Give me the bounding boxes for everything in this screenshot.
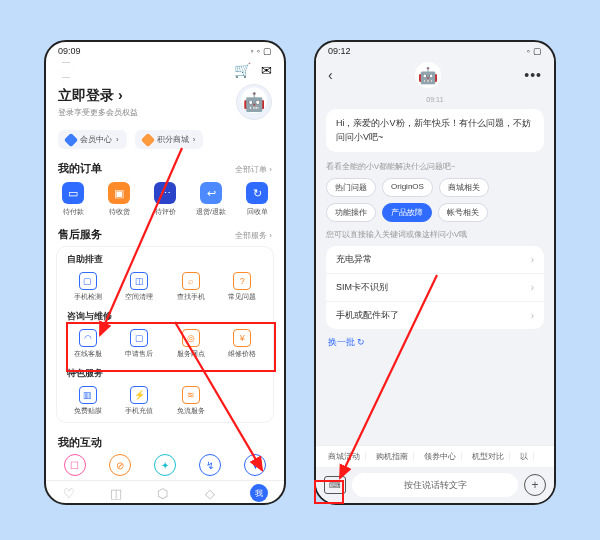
faq-sim[interactable]: SIM卡不识别› [326,274,544,302]
chip-account[interactable]: 帐号相关 [438,203,488,222]
voice-input[interactable]: 按住说话转文字 [352,473,518,497]
recycle-icon: ↻ [246,182,268,204]
hint-capabilities: 看看全能的小V都能解决什么问题吧~ [326,162,544,172]
login-subtitle: 登录享受更多会员权益 [58,107,138,118]
price-icon: ¥ [233,329,251,347]
faq-list: 充电异常› SIM卡不识别› 手机或配件坏了› [326,246,544,329]
pill-points[interactable]: 积分商城 › [135,130,204,149]
order-pending-receive[interactable]: ▣待收货 [99,182,139,217]
chat-icon: ⋯ [154,182,176,204]
order-recycle[interactable]: ↻回收单 [237,182,277,217]
chat-timestamp: 09:11 [326,96,544,103]
chip-mall[interactable]: 商城相关 [439,178,489,197]
phone-check-icon: ▢ [79,272,97,290]
interaction-icon-3[interactable]: ✦ [154,454,176,476]
suggest-more[interactable]: 以 [514,449,534,464]
chat-area: 09:11 Hi，亲爱的小V粉，新年快乐！有什么问题，不妨问问小V吧~ 看看全能… [316,90,554,445]
chevron-right-icon: › [531,254,534,265]
headset-icon: ◠ [79,329,97,347]
suggest-coupon[interactable]: 领券中心 [418,449,462,464]
orders-title: 我的订单 [58,161,102,176]
interaction-icon-1[interactable]: ☐ [64,454,86,476]
back-button[interactable]: ‹ [328,67,333,83]
clean-icon: ◫ [130,272,148,290]
interaction-icon-2[interactable]: ⊘ [109,454,131,476]
form-icon: ▢ [130,329,148,347]
svc-store-locator[interactable]: ◎服务网点 [166,327,216,361]
message-icon[interactable]: ✉ [261,63,272,78]
faq-charging[interactable]: 充电异常› [326,246,544,274]
diamond-icon: ◇ [205,486,215,501]
statusbar-left: 09:09 ◦◦▢ [46,42,284,58]
avatar[interactable]: 🤖 [236,84,272,120]
locate-icon: ⌕ [182,272,200,290]
pill-member[interactable]: 会员中心 › [58,130,127,149]
keyboard-icon[interactable]: ⌨ [324,476,346,494]
tab-community[interactable]: ⬡社区 [156,486,170,506]
svc-recharge[interactable]: ⚡手机充值 [115,384,165,418]
orders-more[interactable]: 全部订单 › [235,164,272,175]
recharge-icon: ⚡ [130,386,148,404]
cat-selfhelp: 自助排查 [63,253,267,270]
login-title[interactable]: 立即登录 › [58,87,138,105]
suggest-compare[interactable]: 机型对比 [466,449,510,464]
chip-function[interactable]: 功能操作 [326,203,376,222]
more-button[interactable]: ••• [524,67,542,83]
topic-chips: 热门问题 OriginOS 商城相关 功能操作 产品故障 帐号相关 [326,178,544,222]
faq-broken[interactable]: 手机或配件坏了› [326,302,544,329]
status-icons: ◦▢ [524,46,542,56]
order-row: ▭待付款 ▣待收货 ⋯待评价 ↩退货/退款 ↻回收单 [46,178,284,223]
aftersale-more[interactable]: 全部服务 › [235,230,272,241]
tab-mine[interactable]: 我我的 [250,484,268,505]
plus-button[interactable]: + [524,474,546,496]
grid-icon: ◫ [110,486,122,501]
question-icon: ? [233,272,251,290]
svc-faq[interactable]: ?常见问题 [218,270,268,304]
status-time: 09:09 [58,46,81,56]
cart-icon[interactable]: 🛒 [234,62,251,78]
svc-find-phone[interactable]: ⌕查找手机 [166,270,216,304]
chip-fault[interactable]: 产品故障 [382,203,432,222]
statusbar-right: 09:12 ◦▢ [316,42,554,58]
svc-free-data[interactable]: ≋免流服务 [166,384,216,418]
svc-repair-price[interactable]: ¥维修价格 [218,327,268,361]
refresh-batch[interactable]: 换一批 ↻ [328,337,542,349]
suggest-buy-guide[interactable]: 购机指南 [370,449,414,464]
person-icon: 我 [250,484,268,502]
hex-icon: ⬡ [157,486,168,501]
cat-consult: 咨询与维修 [63,310,267,327]
interaction-icon-5[interactable]: ▼ [244,454,266,476]
cat-special: 特色服务 [63,367,267,384]
diamond-icon [64,132,78,146]
svc-apply-aftersale[interactable]: ▢申请售后 [115,327,165,361]
interaction-icon-4[interactable]: ↯ [199,454,221,476]
svc-storage-clean[interactable]: ◫空间清理 [115,270,165,304]
data-icon: ≋ [182,386,200,404]
box-icon: ▣ [108,182,130,204]
chip-hot[interactable]: 热门问题 [326,178,376,197]
chip-originos[interactable]: OriginOS [382,178,433,197]
svc-phone-check[interactable]: ▢手机检测 [63,270,113,304]
store-icon: ◎ [182,329,200,347]
order-pending-review[interactable]: ⋯待评价 [145,182,185,217]
tab-home[interactable]: ♡商品 [62,486,76,506]
diamond-icon [141,132,155,146]
suggest-mall-activity[interactable]: 商城活动 [322,449,366,464]
phone-right: 09:12 ◦▢ ‹ 🤖 ••• 09:11 Hi，亲爱的小V粉，新年快乐！有什… [314,40,556,505]
aftersale-card: 自助排查 ▢手机检测 ◫空间清理 ⌕查找手机 ?常见问题 咨询与维修 ◠在线客服… [56,246,274,423]
tab-member[interactable]: ◇会员 [203,486,217,506]
chat-avatar[interactable]: 🤖 [415,62,441,88]
wallet-icon: ▭ [62,182,84,204]
order-pending-pay[interactable]: ▭待付款 [53,182,93,217]
phone-left: 09:09 ◦◦▢ 🛒 ✉ 立即登录 › 登录享受更多会员权益 🤖 会员中心 ›… [44,40,286,505]
settings-hex-icon[interactable] [58,62,74,78]
tab-shop[interactable]: ◫选购 [109,486,123,506]
svc-online-service[interactable]: ◠在线客服 [63,327,113,361]
heart-icon: ♡ [63,486,75,501]
interaction-title: 我的互动 [58,435,102,450]
chat-bubble-greeting: Hi，亲爱的小V粉，新年快乐！有什么问题，不妨问问小V吧~ [326,109,544,152]
interaction-row: ☐ ⊘ ✦ ↯ ▼ [46,452,284,480]
svc-free-film[interactable]: ▥免费贴膜 [63,384,113,418]
chevron-right-icon: › [531,310,534,321]
order-refund[interactable]: ↩退货/退款 [191,182,231,217]
